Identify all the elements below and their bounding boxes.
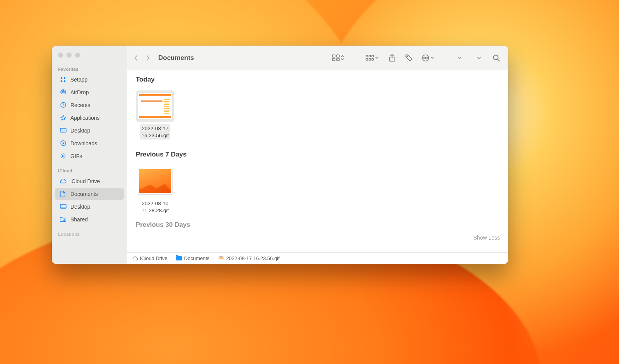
share-button[interactable]: [385, 53, 398, 63]
sidebar-item-downloads[interactable]: Downloads: [55, 137, 124, 149]
svg-point-4: [62, 92, 64, 93]
svg-rect-13: [332, 58, 335, 61]
desktop-icon: [60, 203, 67, 210]
sidebar-item-label: Documents: [70, 191, 98, 197]
sidebar-item-label: AirDrop: [70, 89, 89, 95]
finder-window: Favorites Setapp AirDrop Recents Applica…: [52, 46, 508, 264]
sidebar-section-icloud: iCloud: [52, 167, 127, 175]
cloud-icon: [132, 255, 138, 262]
sidebar-item-label: Recents: [70, 102, 90, 108]
group-by-button[interactable]: [363, 53, 381, 63]
file-name-label: 2022-08-10 11.28.28.gif: [140, 199, 171, 214]
svg-point-26: [427, 57, 427, 58]
main-pane: Documents: [127, 46, 508, 264]
svg-rect-14: [337, 58, 339, 61]
action-menu-button[interactable]: [419, 53, 436, 63]
file-icon: [218, 255, 224, 262]
file-grid: Today 2022-08-17 16.23.56.gif Previous 7…: [127, 70, 508, 252]
sidebar-item-label: iCloud Drive: [70, 178, 100, 184]
shared-folder-icon: [60, 216, 67, 223]
svg-point-8: [62, 155, 64, 157]
back-button[interactable]: [130, 53, 142, 63]
path-segment-label: iCloud Drive: [140, 255, 168, 261]
sidebar-item-label: Shared: [70, 216, 88, 223]
sidebar-item-documents[interactable]: Documents: [55, 188, 124, 200]
gear-icon: [60, 153, 67, 160]
svg-rect-18: [366, 58, 368, 60]
svg-point-22: [407, 56, 408, 57]
show-less-button[interactable]: Show Less: [474, 235, 500, 241]
sidebar-item-desktop-icloud[interactable]: Desktop: [55, 201, 124, 213]
path-segment-label: Documents: [184, 255, 210, 261]
sidebar-section-locations: Locations: [52, 230, 127, 238]
recents-icon: [60, 102, 67, 109]
sidebar: Favorites Setapp AirDrop Recents Applica…: [52, 46, 127, 264]
path-segment-icloud-drive[interactable]: iCloud Drive: [132, 255, 168, 262]
sidebar-item-label: Desktop: [70, 204, 90, 210]
svg-rect-2: [60, 80, 63, 82]
setapp-icon: [60, 76, 67, 83]
file-item[interactable]: 2022-08-17 16.23.56.gif: [136, 89, 174, 139]
toolbar-overflow-chevron-1[interactable]: [456, 53, 463, 63]
svg-point-25: [425, 57, 426, 58]
svg-rect-20: [372, 58, 374, 60]
sidebar-item-gifs[interactable]: GIFs: [55, 150, 124, 162]
svg-rect-9: [60, 204, 66, 208]
minimize-window-button[interactable]: [67, 53, 72, 58]
tags-button[interactable]: [402, 53, 416, 63]
sidebar-item-setapp[interactable]: Setapp: [55, 73, 124, 85]
sidebar-item-applications[interactable]: Applications: [55, 112, 124, 124]
group-heading-today: Today: [127, 70, 508, 86]
toolbar-overflow-chevron-2[interactable]: [475, 53, 483, 63]
sidebar-item-label: Setapp: [70, 77, 87, 83]
sidebar-item-recents[interactable]: Recents: [55, 99, 124, 111]
folder-icon: [176, 255, 182, 262]
sidebar-section-favorites: Favorites: [52, 65, 127, 73]
airdrop-icon: [60, 89, 67, 96]
sidebar-item-label: Downloads: [70, 140, 97, 146]
svg-rect-3: [63, 80, 66, 82]
svg-rect-15: [366, 55, 368, 57]
sidebar-item-label: GIFs: [70, 153, 82, 159]
svg-rect-17: [372, 55, 374, 57]
path-bar: iCloud Drive 〉 Documents 〉 2022-08-17 16…: [127, 252, 508, 264]
sidebar-item-icloud-drive[interactable]: iCloud Drive: [55, 175, 124, 187]
svg-rect-6: [60, 128, 66, 132]
applications-icon: [60, 114, 67, 121]
sidebar-item-desktop[interactable]: Desktop: [55, 124, 124, 136]
svg-rect-16: [369, 55, 371, 57]
svg-rect-0: [60, 77, 63, 79]
svg-rect-1: [63, 77, 66, 79]
sidebar-item-shared[interactable]: Shared: [55, 213, 124, 225]
sidebar-item-label: Desktop: [70, 128, 90, 134]
svg-point-24: [424, 57, 424, 58]
forward-button[interactable]: [142, 53, 154, 63]
doc-icon: [60, 191, 67, 197]
file-thumbnail: [138, 93, 173, 120]
group-heading-prev30: Previous 30 Days: [127, 220, 508, 229]
chevron-right-icon: 〉: [212, 256, 216, 261]
sidebar-item-label: Applications: [70, 115, 100, 121]
toolbar: Documents: [127, 46, 508, 70]
file-item[interactable]: 2022-08-10 11.28.28.gif: [136, 164, 174, 214]
svg-rect-29: [220, 257, 223, 259]
file-thumbnail: [138, 168, 173, 195]
chevron-right-icon: 〉: [170, 256, 174, 261]
close-window-button[interactable]: [58, 53, 63, 58]
downloads-icon: [60, 140, 67, 147]
svg-rect-11: [332, 55, 335, 57]
sidebar-item-airdrop[interactable]: AirDrop: [55, 86, 124, 98]
svg-rect-12: [337, 55, 339, 57]
zoom-window-button[interactable]: [75, 53, 80, 58]
path-segment-label: 2022-08-17 16.23.56.gif: [226, 255, 280, 261]
path-segment-documents[interactable]: Documents: [176, 255, 210, 262]
file-name-label: 2022-08-17 16.23.56.gif: [140, 124, 171, 139]
window-title: Documents: [158, 54, 194, 62]
group-heading-prev7: Previous 7 Days: [127, 145, 508, 161]
view-mode-button[interactable]: [329, 53, 347, 63]
path-segment-file[interactable]: 2022-08-17 16.23.56.gif: [218, 255, 280, 262]
cloud-icon: [60, 178, 67, 185]
window-controls: [52, 53, 127, 65]
svg-rect-19: [369, 58, 371, 60]
search-button[interactable]: [490, 53, 503, 63]
